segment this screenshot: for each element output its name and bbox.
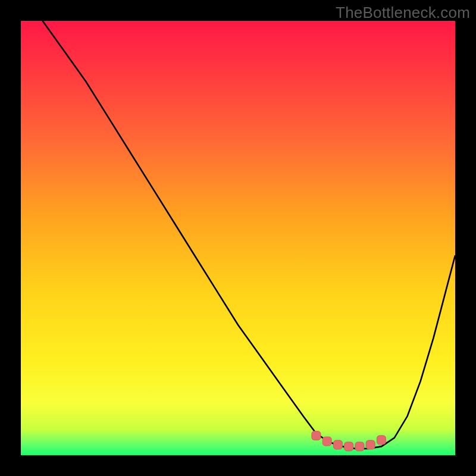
marker-point [333,440,342,449]
marker-point [355,442,364,451]
marker-point [345,442,353,451]
marker-point [312,431,321,440]
watermark-text: TheBottleneck.com [336,4,470,22]
marker-point [322,437,331,446]
marker-point [377,436,386,444]
gradient-background [21,21,455,455]
marker-point [366,440,375,449]
plot-area [21,21,455,455]
chart-svg [21,21,455,455]
chart-frame: TheBottleneck.com [0,0,476,476]
